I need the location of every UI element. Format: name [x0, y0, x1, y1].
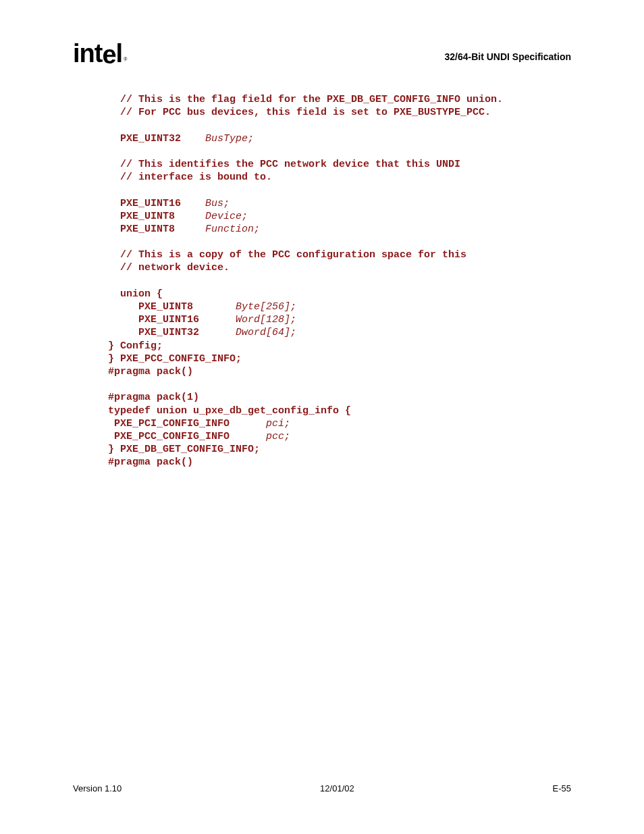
code-line: PXE_UINT32 Dword[64]; — [108, 327, 296, 338]
code-line: #pragma pack(1) — [108, 392, 199, 403]
code-line: // This is a copy of the PCC configurati… — [108, 249, 466, 261]
code-line: PXE_PCI_CONFIG_INFO pci; — [108, 418, 290, 429]
code-line: } Config; — [108, 340, 163, 352]
code-line: PXE_PCC_CONFIG_INFO pcc; — [108, 431, 290, 442]
code-line: } PXE_DB_GET_CONFIG_INFO; — [108, 444, 260, 455]
code-line: PXE_UINT8 Function; — [108, 224, 260, 235]
code-block: // This is the flag field for the PXE_DB… — [108, 93, 571, 469]
code-line: PXE_UINT8 Byte[256]; — [108, 301, 296, 313]
code-line: PXE_UINT32 BusType; — [108, 133, 254, 145]
page-footer: Version 1.10 12/01/02 E-55 — [73, 783, 571, 793]
page-header: intel® 32/64-Bit UNDI Specification — [73, 41, 571, 66]
page: intel® 32/64-Bit UNDI Specification // T… — [0, 0, 644, 834]
code-line: #pragma pack() — [108, 366, 193, 377]
footer-date: 12/01/02 — [320, 783, 354, 793]
code-line: PXE_UINT16 Word[128]; — [108, 314, 296, 325]
spec-title: 32/64-Bit UNDI Specification — [445, 51, 572, 66]
intel-logo: intel® — [73, 41, 125, 66]
code-line: PXE_UINT8 Device; — [108, 211, 248, 222]
code-line: // interface is bound to. — [108, 172, 272, 183]
code-line: union { — [108, 288, 163, 300]
code-line: // network device. — [108, 262, 230, 273]
footer-version: Version 1.10 — [73, 783, 122, 793]
footer-page: E-55 — [553, 783, 571, 793]
code-line: #pragma pack() — [108, 457, 193, 468]
code-line: // This identifies the PCC network devic… — [108, 159, 460, 170]
code-line: typedef union u_pxe_db_get_config_info { — [108, 405, 351, 417]
code-line: PXE_UINT16 Bus; — [108, 198, 230, 209]
code-line: // For PCC bus devices, this field is se… — [108, 107, 491, 118]
code-line: // This is the flag field for the PXE_DB… — [108, 94, 503, 105]
code-line: } PXE_PCC_CONFIG_INFO; — [108, 353, 242, 365]
